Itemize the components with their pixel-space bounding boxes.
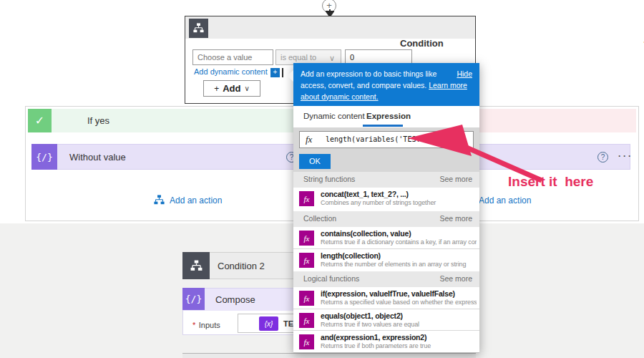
fx-icon: fx: [306, 134, 312, 145]
condition-card-title: Condition: [400, 38, 444, 49]
fx-icon: fx: [299, 191, 314, 206]
help-icon[interactable]: ?: [597, 152, 608, 163]
plus-icon: +: [214, 84, 219, 94]
compose-title: Compose: [215, 294, 255, 305]
function-item-concat[interactable]: fx concat(text_1, text_2?, ...) Combines…: [293, 188, 479, 211]
condition-card-header[interactable]: [185, 16, 475, 39]
add-action-icon: [153, 194, 165, 206]
if-yes-panel: ✓ If yes {/} Without value ? ··· Add an …: [25, 106, 328, 221]
function-item-contains[interactable]: fx contains(collection, value) Returns t…: [293, 227, 479, 249]
annotation-text: Insert it here: [508, 174, 593, 190]
function-item-equals[interactable]: fx equals(object1, object2) Returns true…: [293, 309, 479, 331]
popup-beak: [287, 70, 293, 82]
tab-dynamic-content[interactable]: Dynamic content: [303, 112, 365, 120]
next-card-edge: [182, 353, 476, 358]
variable-token-icon[interactable]: {x}: [259, 316, 278, 331]
section-logical-functions: Logical functions See more: [293, 271, 479, 287]
condition-icon: [189, 19, 208, 38]
see-more-link[interactable]: See more: [439, 274, 472, 283]
expression-input[interactable]: fx length(variables('TEST')): [299, 131, 474, 148]
if-no-more-menu[interactable]: ···: [618, 151, 633, 161]
popup-tabbar: Dynamic content Expression: [293, 106, 479, 127]
function-list: String functions See more fx concat(text…: [293, 172, 479, 352]
see-more-link[interactable]: See more: [439, 214, 472, 223]
fx-icon: fx: [299, 231, 314, 246]
braces-icon: {/}: [31, 144, 57, 170]
function-item-and[interactable]: fx and(expression1, expression2) Returns…: [293, 331, 479, 352]
section-collection: Collection See more: [293, 211, 479, 227]
required-asterisk: *: [192, 321, 195, 329]
expression-popup: Add an expression to do basic things lik…: [293, 63, 479, 353]
section-string-functions: String functions See more: [293, 172, 479, 188]
expression-value: length(variables('TEST')): [326, 135, 434, 143]
fx-icon: fx: [299, 291, 314, 306]
if-yes-header[interactable]: ✓ If yes: [28, 109, 325, 132]
see-more-link[interactable]: See more: [439, 175, 472, 183]
without-value-card[interactable]: {/} Without value ? ···: [31, 144, 323, 170]
add-row-button[interactable]: + Add ∨: [203, 80, 260, 97]
condition2-title: Condition 2: [218, 261, 265, 271]
fx-icon: fx: [299, 334, 314, 349]
if-yes-label: If yes: [87, 115, 109, 126]
check-icon: ✓: [28, 109, 52, 132]
condition-icon: [182, 252, 210, 279]
ok-button[interactable]: OK: [299, 154, 331, 169]
if-yes-add-action-link[interactable]: Add an action: [153, 194, 222, 206]
tab-expression[interactable]: Expression: [366, 112, 411, 120]
fx-icon: fx: [299, 313, 314, 328]
fx-icon: fx: [299, 253, 314, 268]
function-item-if[interactable]: fx if(expression, valueIfTrue, valueIfFa…: [293, 287, 479, 309]
condition-value-input[interactable]: [192, 49, 273, 65]
popup-banner: Add an expression to do basic things lik…: [293, 63, 479, 106]
add-dynamic-content-link[interactable]: Add dynamic content: [194, 67, 268, 76]
inputs-label: * Inputs: [192, 318, 220, 331]
function-item-length[interactable]: fx length(collection) Returns the number…: [293, 249, 479, 271]
expression-editor-zone: fx length(variables('TEST')) OK: [293, 127, 479, 172]
without-value-title: Without value: [69, 152, 126, 163]
braces-icon: {/}: [182, 288, 205, 310]
hide-link[interactable]: Hide: [457, 69, 472, 78]
text-cursor: [282, 68, 283, 77]
dynamic-content-plus-icon[interactable]: +: [270, 68, 280, 77]
chevron-down-icon: ∨: [244, 84, 249, 92]
active-tab-underline: [363, 125, 403, 127]
